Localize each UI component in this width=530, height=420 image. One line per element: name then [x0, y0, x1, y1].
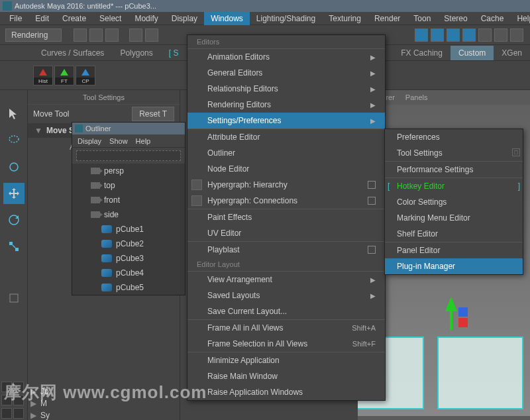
menu-file[interactable]: File — [3, 12, 28, 25]
lock-button[interactable] — [478, 28, 492, 42]
outliner-item[interactable]: side — [72, 207, 185, 222]
menu-render[interactable]: Render — [368, 12, 407, 25]
layout-btn[interactable] — [1, 395, 12, 405]
menu-stereo[interactable]: Stereo — [437, 12, 474, 25]
layout-btn[interactable] — [1, 408, 12, 419]
shelf-tab[interactable]: Custom — [450, 46, 494, 60]
menu-item[interactable]: Paint Effects — [187, 209, 385, 225]
option-checkbox[interactable] — [368, 246, 376, 254]
layout-btn[interactable] — [13, 382, 24, 392]
cube-mesh[interactable] — [437, 337, 523, 409]
new-scene-button[interactable] — [74, 28, 87, 42]
submenu-item[interactable]: Shelf Editor — [385, 226, 523, 242]
layout-btn[interactable] — [1, 382, 12, 392]
menu-item[interactable]: Outliner — [187, 145, 385, 161]
menu-item[interactable]: Saved Layouts▶ — [187, 288, 385, 303]
menu-texturing[interactable]: Texturing — [322, 12, 368, 25]
paint-select-tool[interactable] — [3, 156, 25, 178]
shelf-icon-ft[interactable]: FT — [54, 66, 74, 85]
outliner-item[interactable]: pCube5 — [72, 280, 185, 295]
menu-item[interactable]: Rendering Editors▶ — [187, 97, 385, 113]
shelf-tab[interactable]: Curves / Surfaces — [33, 46, 112, 60]
viewport-menu-item[interactable]: Panels — [405, 93, 428, 101]
menu-create[interactable]: Create — [56, 12, 93, 25]
snap-tool[interactable] — [3, 288, 25, 309]
shelf-button[interactable] — [510, 28, 523, 42]
menu-item[interactable]: Node Editor — [187, 161, 385, 177]
menu-help[interactable]: Help — [510, 12, 530, 25]
channel-tab[interactable]: Jo — [40, 387, 49, 396]
outliner-item[interactable]: persp — [72, 164, 185, 178]
menu-item[interactable]: Raise Main Window — [187, 368, 385, 384]
layout-btn[interactable] — [13, 395, 24, 405]
render-button[interactable] — [415, 28, 428, 42]
menu-item[interactable]: Relationship Editors▶ — [187, 81, 385, 97]
outliner-item[interactable]: pCube1 — [72, 222, 185, 236]
submenu-item[interactable]: Performance Settings — [385, 162, 523, 178]
menu-select[interactable]: Select — [93, 12, 128, 25]
outliner-item[interactable]: pCube2 — [72, 236, 185, 251]
outliner-item[interactable]: pCube4 — [72, 266, 185, 280]
submenu-item[interactable]: Panel Editor — [385, 242, 523, 258]
menu-toon[interactable]: Toon — [407, 12, 437, 25]
outliner-item[interactable]: front — [72, 193, 185, 207]
menu-item[interactable]: Attribute Editor — [187, 129, 385, 145]
shelf-icon-cp[interactable]: CP — [76, 66, 95, 85]
submenu-item[interactable]: Plug-in Manager — [385, 258, 523, 274]
menu-windows[interactable]: Windows — [204, 12, 250, 25]
menu-item[interactable]: Raise Application Windows — [187, 384, 385, 400]
menu-modify[interactable]: Modify — [128, 12, 164, 25]
menu-item[interactable]: Hypergraph: Connections — [187, 193, 385, 209]
outliner-menu-item[interactable]: Help — [136, 137, 151, 145]
submenu-item[interactable]: Tool Settings□ — [385, 145, 523, 161]
menu-lightingshading[interactable]: Lighting/Shading — [250, 12, 322, 25]
save-scene-button[interactable] — [105, 28, 119, 42]
channel-tab[interactable]: M — [40, 399, 47, 408]
channel-tab[interactable]: Sy — [40, 411, 50, 420]
outliner-item[interactable]: top — [72, 178, 185, 193]
outliner-menu-item[interactable]: Show — [109, 137, 128, 145]
config-icon[interactable]: □ — [512, 148, 520, 156]
lasso-tool[interactable] — [3, 130, 25, 151]
undo-button[interactable] — [129, 28, 142, 42]
move-tool[interactable] — [3, 183, 25, 204]
option-checkbox[interactable] — [368, 181, 376, 189]
workspace-dropdown[interactable]: Rendering — [5, 28, 62, 42]
menu-item[interactable]: Frame Selection in All ViewsShift+F — [187, 336, 385, 352]
submenu-item[interactable]: Color Settings — [385, 194, 523, 210]
menu-item[interactable]: Animation Editors▶ — [187, 49, 385, 65]
menu-item[interactable]: Settings/Preferences▶ — [187, 113, 385, 129]
grid-button[interactable] — [494, 28, 507, 42]
scale-tool[interactable] — [3, 236, 25, 257]
shelf-tab[interactable]: Polygons — [112, 46, 160, 60]
menu-item[interactable]: General Editors▶ — [187, 65, 385, 81]
submenu-item[interactable]: [Hotkey Editor] — [385, 178, 523, 194]
outliner-titlebar[interactable]: Outliner — [72, 123, 185, 134]
outliner-item[interactable]: pCube3 — [72, 251, 185, 266]
menu-edit[interactable]: Edit — [28, 12, 56, 25]
submenu-item[interactable]: Marking Menu Editor — [385, 210, 523, 226]
shelf-tab[interactable]: XGen — [494, 46, 530, 60]
layout-btn[interactable] — [13, 408, 24, 419]
reset-tool-button[interactable]: Reset T — [132, 107, 174, 121]
menu-item[interactable]: Frame All in All ViewsShift+A — [187, 320, 385, 336]
menu-item[interactable]: Playblast — [187, 242, 385, 258]
menu-item[interactable]: View Arrangement▶ — [187, 272, 385, 288]
option-checkbox[interactable] — [368, 197, 376, 205]
open-scene-button[interactable] — [89, 28, 103, 42]
redo-button[interactable] — [145, 28, 158, 42]
outliner-menu-item[interactable]: Display — [78, 137, 101, 145]
render-settings-button[interactable] — [447, 28, 460, 42]
menu-item[interactable]: Save Current Layout... — [187, 303, 385, 319]
menu-item[interactable]: Hypergraph: Hierarchy — [187, 177, 385, 193]
outliner-search-input[interactable] — [76, 150, 181, 161]
shelf-tab[interactable]: FX Caching — [393, 46, 450, 60]
rotate-tool[interactable] — [3, 209, 25, 231]
render-layer-button[interactable] — [462, 28, 476, 42]
ipr-button[interactable] — [431, 28, 444, 42]
menu-display[interactable]: Display — [165, 12, 204, 25]
shelf-icon-hist[interactable]: Hist — [33, 66, 53, 85]
select-tool[interactable] — [3, 103, 25, 125]
menu-item[interactable]: Minimize Application — [187, 352, 385, 368]
menu-item[interactable]: UV Editor — [187, 225, 385, 241]
